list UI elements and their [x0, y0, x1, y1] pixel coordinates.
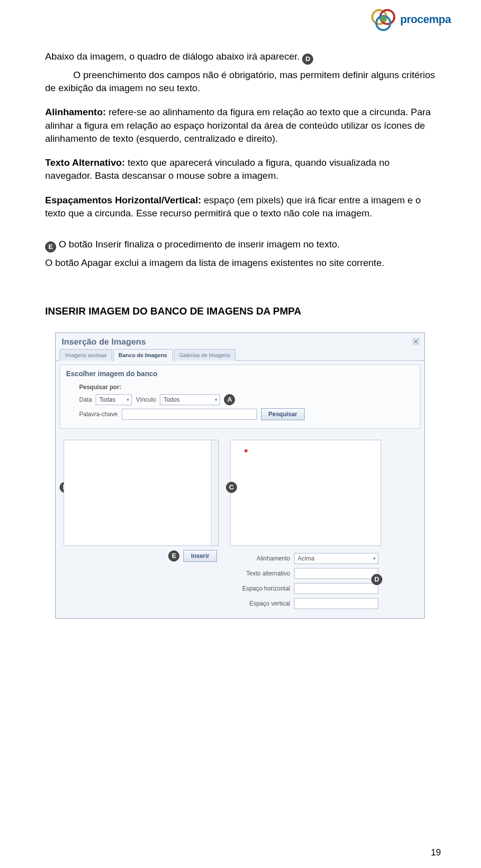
- espaco-h-input[interactable]: [294, 583, 378, 594]
- intro-text: Abaixo da imagem, o quadro de diálogo ab…: [45, 51, 300, 62]
- tab-banco-imagens[interactable]: Banco de Imagens: [113, 349, 173, 361]
- alinhamento-value: Acima: [298, 554, 314, 563]
- close-icon[interactable]: [412, 338, 419, 345]
- vinculo-label: Vínculo: [136, 396, 156, 404]
- data-label: Data: [79, 396, 92, 404]
- alinhamento-select[interactable]: Acima ▾: [294, 553, 378, 564]
- paragraph-inserir: E O botão Inserir finaliza o procediment…: [45, 238, 436, 252]
- palavra-input[interactable]: [122, 409, 257, 420]
- logo-icon: [369, 7, 397, 32]
- texto-alt-input[interactable]: [294, 568, 378, 579]
- scrollbar[interactable]: [211, 440, 218, 545]
- dialog-title: Inserção de Imagens: [62, 336, 146, 348]
- insert-image-dialog: Inserção de Imagens Imagens avulsas Banc…: [55, 333, 425, 619]
- espaco-v-input[interactable]: [294, 598, 378, 609]
- text-inserir: O botão Inserir finaliza o procedimento …: [56, 239, 340, 249]
- data-select[interactable]: Todas ▾: [96, 394, 132, 405]
- lower-area: B E Inserir C: [56, 433, 424, 618]
- paragraph-intro: Abaixo da imagem, o quadro de diálogo ab…: [45, 50, 436, 65]
- brand-logo: procempa: [369, 7, 451, 32]
- paragraph-apagar: O botão Apagar exclui a imagem da lista …: [45, 256, 436, 269]
- preview-box: [230, 440, 381, 546]
- paragraph-spacing: Espaçamentos Horizontal/Vertical: espaço…: [45, 194, 436, 220]
- logo-text: procempa: [400, 13, 451, 26]
- marker-d-inline: D: [302, 54, 313, 65]
- prop-esp-h-label: Espaço horizontal: [230, 585, 290, 593]
- vinculo-select[interactable]: Todos ▾: [160, 394, 220, 405]
- prop-alinhamento-label: Alinhamento: [230, 554, 290, 563]
- document-body: Abaixo da imagem, o quadro de diálogo ab…: [45, 50, 436, 619]
- chevron-down-icon: ▾: [127, 397, 129, 403]
- palavra-label: Palavra-chave: [79, 410, 118, 419]
- tab-imagens-avulsas[interactable]: Imagens avulsas: [60, 349, 112, 361]
- chevron-down-icon: ▾: [373, 555, 376, 561]
- search-panel: Escolher imagem do banco Pesquisar por: …: [60, 365, 420, 429]
- label-espacamentos: Espaçamentos Horizontal/Vertical:: [45, 195, 201, 205]
- marker-a: A: [224, 394, 235, 405]
- prop-texto-alt-label: Texto alternativo: [230, 569, 290, 578]
- tab-galerias[interactable]: Galerias de Imagens: [174, 349, 236, 361]
- preview-placeholder-icon: [245, 449, 248, 452]
- properties-grid: Alinhamento Acima ▾ Texto alternativo Es…: [230, 553, 381, 609]
- chevron-down-icon: ▾: [215, 397, 217, 403]
- data-value: Todas: [99, 396, 115, 404]
- page-number: 19: [431, 847, 441, 858]
- marker-d-dialog: D: [371, 574, 382, 585]
- label-alinhamento: Alinhamento:: [45, 107, 106, 117]
- marker-e-inline: E: [45, 241, 56, 252]
- paragraph-align: Alinhamento: refere-se ao alinhamento da…: [45, 106, 436, 145]
- results-listbox[interactable]: [64, 440, 219, 546]
- dialog-tabs: Imagens avulsas Banco de Imagens Galeria…: [56, 349, 424, 361]
- paragraph-fill: O preenchimento dos campos não é obrigat…: [45, 69, 436, 95]
- panel-title: Escolher imagem do banco: [66, 369, 414, 379]
- label-texto-alt: Texto Alternativo:: [45, 157, 125, 168]
- svg-point-3: [380, 16, 386, 22]
- marker-e-dialog: E: [168, 550, 179, 561]
- paragraph-alt: Texto Alternativo: texto que aparecerá v…: [45, 156, 436, 182]
- section-heading: INSERIR IMAGEM DO BANCO DE IMAGENS DA PM…: [45, 305, 436, 319]
- search-label: Pesquisar por:: [79, 383, 414, 392]
- prop-esp-v-label: Espaço vertical: [230, 600, 290, 608]
- pesquisar-button[interactable]: Pesquisar: [261, 408, 305, 420]
- inserir-button[interactable]: Inserir: [183, 550, 217, 562]
- vinculo-value: Todos: [163, 396, 179, 404]
